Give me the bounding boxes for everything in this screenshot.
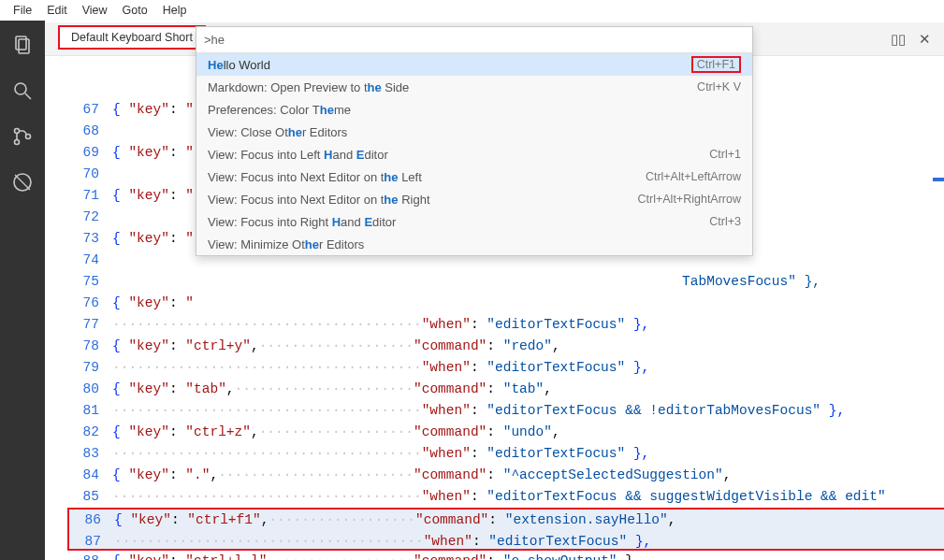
code-line[interactable]: 80{ "key": "tab",······················"… (45, 379, 944, 400)
palette-item-label: View: Minimize Other Editors (208, 237, 741, 251)
line-number: 68 (67, 121, 112, 142)
line-number: 73 (67, 228, 112, 250)
close-icon[interactable]: ✕ (919, 31, 931, 48)
palette-item[interactable]: Preferences: Color Theme (196, 98, 752, 121)
palette-item-shortcut: Ctrl+K V (697, 79, 741, 94)
code-line[interactable]: 75 TabMovesFocus" }, (45, 271, 944, 293)
line-number: 87 (69, 531, 114, 553)
code-line[interactable]: 81······································… (45, 400, 944, 422)
highlighted-lines: 86{ "key": "ctrl+f1",··················"… (67, 508, 944, 551)
svg-point-5 (15, 140, 20, 145)
code-line[interactable]: 76{ "key": " (45, 293, 944, 314)
menu-edit[interactable]: Edit (39, 1, 75, 20)
split-editor-icon[interactable]: ▯▯ (891, 31, 906, 48)
palette-item[interactable]: View: Close Other Editors (196, 121, 752, 143)
palette-item-label: Markdown: Open Preview to the Side (208, 80, 697, 94)
scroll-marker (933, 178, 944, 181)
line-number: 82 (67, 422, 112, 443)
code-line[interactable]: 86{ "key": "ctrl+f1",··················"… (69, 510, 944, 531)
code-line[interactable]: 79······································… (45, 357, 944, 379)
command-palette-list: Hello WorldCtrl+F1Markdown: Open Preview… (196, 53, 752, 255)
palette-item-label: View: Focus into Right Hand Editor (208, 215, 709, 229)
line-number: 85 (67, 486, 112, 508)
line-number: 79 (67, 357, 112, 379)
line-number: 76 (67, 293, 112, 314)
command-palette: Hello WorldCtrl+F1Markdown: Open Preview… (196, 26, 753, 256)
code-line[interactable]: 87······································… (69, 531, 944, 553)
debug-icon[interactable] (11, 171, 34, 196)
line-number: 74 (67, 250, 112, 271)
palette-item[interactable]: View: Focus into Next Editor on the Left… (196, 165, 752, 188)
menu-goto[interactable]: Goto (115, 1, 155, 20)
palette-item-label: View: Focus into Left Hand Editor (208, 148, 709, 162)
line-number: 72 (67, 207, 112, 228)
palette-item[interactable]: Markdown: Open Preview to the SideCtrl+K… (196, 76, 752, 98)
line-number: 70 (67, 164, 112, 185)
code-line[interactable]: 82{ "key": "ctrl+z",···················"… (45, 422, 944, 443)
palette-item[interactable]: View: Focus into Right Hand EditorCtrl+3 (196, 210, 752, 233)
code-line[interactable]: 88{ "key": "ctrl+l l",·················"… (45, 551, 944, 560)
palette-item-label: View: Close Other Editors (208, 125, 741, 139)
code-line[interactable]: 83······································… (45, 443, 944, 465)
svg-rect-1 (19, 39, 29, 53)
minimap-scroll[interactable] (933, 56, 944, 560)
line-number: 81 (67, 400, 112, 422)
svg-point-4 (15, 129, 20, 134)
menu-view[interactable]: View (75, 1, 115, 20)
activity-bar (0, 21, 45, 560)
line-number: 83 (67, 443, 112, 465)
palette-item-label: Preferences: Color Theme (208, 103, 741, 117)
code-line[interactable]: 78{ "key": "ctrl+y",···················"… (45, 336, 944, 357)
svg-line-3 (25, 93, 31, 99)
svg-rect-0 (16, 36, 26, 50)
git-icon[interactable] (11, 125, 34, 151)
palette-item[interactable]: View: Focus into Next Editor on the Righ… (196, 188, 752, 210)
line-number: 84 (67, 465, 112, 486)
explorer-icon[interactable] (11, 34, 34, 59)
palette-item-shortcut: Ctrl+Alt+LeftArrow (646, 169, 741, 184)
code-line[interactable]: 84{ "key": ".",························"… (45, 465, 944, 486)
palette-item-label: View: Focus into Next Editor on the Left (208, 170, 646, 184)
palette-item-shortcut: Ctrl+1 (709, 147, 741, 162)
line-number: 78 (67, 336, 112, 357)
tab-keyboard-shortcuts[interactable]: Default Keyboard Short (58, 25, 206, 50)
menu-file[interactable]: File (6, 1, 39, 20)
palette-item-shortcut: Ctrl+Alt+RightArrow (638, 192, 741, 207)
svg-point-6 (26, 135, 31, 139)
line-number: 77 (67, 314, 112, 336)
line-number: 71 (67, 185, 112, 207)
code-line[interactable]: 77······································… (45, 314, 944, 336)
line-number: 75 (67, 271, 112, 293)
palette-item-label: Hello World (208, 58, 691, 72)
palette-item-shortcut: Ctrl+F1 (691, 56, 741, 73)
palette-item-shortcut: Ctrl+3 (709, 214, 741, 229)
line-number: 86 (69, 510, 114, 531)
palette-item-label: View: Focus into Next Editor on the Righ… (208, 193, 638, 207)
tab-title: Default Keyboard Short (71, 31, 193, 44)
search-icon[interactable] (11, 79, 34, 105)
palette-item[interactable]: View: Focus into Left Hand EditorCtrl+1 (196, 143, 752, 165)
line-number: 69 (67, 142, 112, 164)
command-palette-input[interactable] (196, 27, 752, 53)
line-number: 67 (67, 99, 112, 121)
line-number: 80 (67, 379, 112, 400)
line-number: 88 (67, 551, 112, 560)
svg-point-2 (15, 83, 26, 94)
menubar: File Edit View Goto Help (0, 0, 944, 21)
code-line[interactable]: 85······································… (45, 486, 944, 508)
palette-item[interactable]: View: Minimize Other Editors (196, 233, 752, 255)
palette-item[interactable]: Hello WorldCtrl+F1 (196, 53, 752, 76)
menu-help[interactable]: Help (155, 1, 195, 20)
